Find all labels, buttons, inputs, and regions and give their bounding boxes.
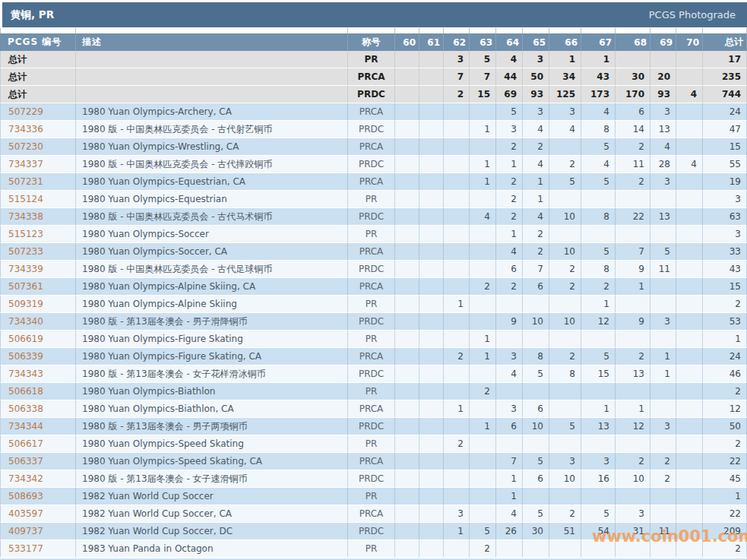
col-header-designation: 称号	[348, 33, 395, 51]
grade-68-count: 14	[616, 121, 650, 138]
grade-63-count: 2	[470, 540, 496, 558]
coin-description: 1980 Yuan Olympics-Soccer, CA	[76, 243, 348, 261]
grade-65-count: 30	[523, 523, 549, 540]
grade-61-count	[419, 226, 444, 243]
grade-70-count	[676, 173, 703, 191]
pcgs-number-link[interactable]: 506338	[8, 403, 43, 414]
grade-64-count: 1	[496, 156, 523, 173]
pcgs-number-link[interactable]: 515123	[8, 229, 43, 239]
pcgs-number-link[interactable]: 507233	[8, 246, 43, 257]
table-row: 5063381980 Yuan Olympics-Biathlon, CAPRC…	[0, 400, 747, 418]
grade-70-count	[676, 261, 703, 278]
grade-69-count: 1	[650, 365, 676, 383]
grade-65-count: 5	[523, 453, 549, 470]
grade-67-count: 13	[581, 418, 616, 435]
grade-70-count	[676, 243, 703, 261]
pcgs-number-link[interactable]: 508693	[8, 491, 43, 501]
pcgs-number-link[interactable]: 506339	[8, 351, 43, 362]
grade-69-count	[650, 383, 676, 400]
grade-60-count	[395, 226, 419, 243]
spacer-cell	[444, 28, 470, 33]
designation-cell: PRDC	[348, 121, 395, 138]
pcgs-number-link[interactable]: 533177	[8, 543, 43, 554]
grade-67-count: 8	[581, 121, 616, 138]
grade-66-count	[549, 226, 581, 243]
grade-65-count: 6	[523, 400, 549, 418]
grade-64-count: 5	[496, 103, 523, 121]
grade-62-count	[444, 138, 470, 156]
pcgs-number-link[interactable]: 506619	[8, 334, 43, 344]
grade-64-count: 1	[496, 488, 523, 505]
grade-60-count	[395, 365, 419, 383]
pcgs-number-cell: 507361	[0, 278, 76, 296]
grade-60-count	[395, 191, 419, 208]
grade-65-count: 4	[523, 208, 549, 226]
pcgs-number-link[interactable]: 507361	[8, 281, 43, 292]
grade-68-count: 1	[616, 278, 650, 296]
grade-60-count	[395, 523, 419, 540]
grade-70-count: 4	[676, 156, 703, 173]
grade-70-count	[676, 348, 703, 365]
spacer-cell	[650, 28, 676, 33]
designation-cell: PRCA	[348, 505, 395, 523]
summary-label: 总计	[0, 68, 76, 86]
grade-66-count: 10	[549, 313, 581, 331]
pcgs-number-link[interactable]: 409737	[8, 526, 43, 536]
coin-description: 1980 Yuan Olympics-Figure Skating, CA	[76, 348, 348, 365]
pcgs-number-link[interactable]: 506617	[8, 438, 43, 449]
pcgs-number-link[interactable]: 506618	[8, 386, 43, 397]
pcgs-number-cell: 734338	[0, 208, 76, 226]
photograde-link[interactable]: PCGS Photograde	[649, 9, 736, 21]
pcgs-number-link[interactable]: 509319	[8, 299, 43, 309]
grade-68-count	[616, 51, 650, 68]
grade-66-count: 5	[549, 173, 581, 191]
pcgs-number-link[interactable]: 734340	[8, 316, 43, 327]
pcgs-number-link[interactable]: 734337	[8, 159, 43, 169]
summary-label: 总计	[0, 86, 76, 103]
grade-62-count	[444, 488, 470, 505]
pcgs-number-link[interactable]: 507230	[8, 141, 43, 152]
pcgs-number-link[interactable]: 734338	[8, 211, 43, 222]
pcgs-number-link[interactable]: 507229	[8, 106, 43, 117]
grade-64-count: 2	[496, 208, 523, 226]
grade-61-count	[419, 418, 444, 435]
pcgs-number-link[interactable]: 734339	[8, 264, 43, 274]
grade-63-count	[470, 488, 496, 505]
grade-69-count	[650, 505, 676, 523]
grade-63-count	[470, 243, 496, 261]
designation-cell: PRDC	[348, 156, 395, 173]
designation-cell: PRDC	[348, 86, 395, 103]
grade-70-count	[676, 138, 703, 156]
grade-60-count	[395, 86, 419, 103]
grade-67-count: 8	[581, 208, 616, 226]
grade-69-count: 13	[650, 208, 676, 226]
grade-69-count	[650, 51, 676, 68]
grade-67-count	[581, 488, 616, 505]
pcgs-number-link[interactable]: 734336	[8, 124, 43, 134]
pcgs-number-cell: 734340	[0, 313, 76, 331]
grade-70-count	[676, 400, 703, 418]
pcgs-number-cell: 506339	[0, 348, 76, 365]
table-row: 7343431980 版 - 第13届冬澳会 - 女子花样滑冰铜币PRDC458…	[0, 365, 747, 383]
pcgs-number-link[interactable]: 515124	[8, 194, 43, 204]
col-header-66: 66	[549, 33, 581, 51]
pcgs-number-link[interactable]: 734343	[8, 369, 43, 379]
pcgs-number-link[interactable]: 506337	[8, 456, 43, 467]
grade-66-count: 10	[549, 470, 581, 488]
total-cell: 2	[703, 540, 747, 558]
pcgs-number-link[interactable]: 403597	[8, 508, 43, 519]
grade-69-count: 20	[650, 68, 676, 86]
pcgs-number-link[interactable]: 734342	[8, 473, 43, 484]
summary-label: 总计	[0, 51, 76, 68]
grade-63-count: 2	[470, 383, 496, 400]
grade-65-count: 10	[523, 418, 549, 435]
grade-68-count	[616, 226, 650, 243]
total-cell: 22	[703, 453, 747, 470]
designation-cell: PRCA	[348, 278, 395, 296]
grade-60-count	[395, 488, 419, 505]
pcgs-number-cell: 734344	[0, 418, 76, 435]
pcgs-number-link[interactable]: 734344	[8, 421, 43, 432]
grade-70-count	[676, 365, 703, 383]
pcgs-number-link[interactable]: 507231	[8, 176, 43, 187]
grade-70-count	[676, 226, 703, 243]
